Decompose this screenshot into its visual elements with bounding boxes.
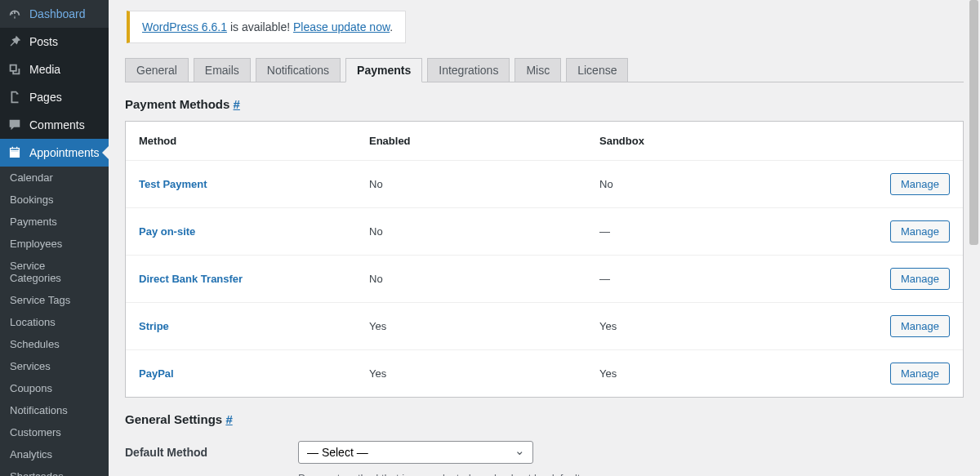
wp-version-link[interactable]: WordPress 6.6.1 [142, 20, 227, 33]
sidebar-item-label: Pages [29, 91, 62, 104]
svg-rect-0 [11, 151, 20, 157]
payment-methods-heading: Payment Methods # [125, 97, 964, 111]
sidebar-item-label: Media [29, 63, 60, 76]
media-icon [7, 61, 23, 78]
table-row: StripeYesYesManage [126, 303, 963, 350]
default-method-description: Payment method that is pre-selected on c… [298, 472, 964, 476]
sidebar-item-pages[interactable]: Pages [0, 83, 109, 111]
method-link[interactable]: Test Payment [139, 178, 207, 190]
sidebar-item-label: Posts [29, 35, 58, 48]
tab-license[interactable]: License [566, 58, 628, 82]
default-method-row: Default Method — Select — Payment method… [125, 441, 964, 476]
sidebar-sub-shortcodes[interactable]: Shortcodes [0, 465, 109, 476]
sidebar-sub-analytics[interactable]: Analytics [0, 443, 109, 465]
sidebar-sub-services[interactable]: Services [0, 355, 109, 377]
manage-button[interactable]: Manage [890, 268, 950, 290]
sidebar-submenu: CalendarBookingsPaymentsEmployeesService… [0, 167, 109, 476]
manage-button[interactable]: Manage [890, 220, 950, 242]
sidebar-item-appointments[interactable]: Appointments [0, 139, 109, 167]
sidebar-item-label: Appointments [29, 146, 100, 159]
sidebar-item-label: Comments [29, 118, 85, 131]
update-notice: WordPress 6.6.1 is available! Please upd… [127, 11, 406, 43]
tab-misc[interactable]: Misc [514, 58, 561, 82]
sidebar-sub-schedules[interactable]: Schedules [0, 333, 109, 355]
method-link[interactable]: Stripe [139, 320, 169, 332]
update-now-link[interactable]: Please update now [293, 20, 390, 33]
sidebar-item-media[interactable]: Media [0, 56, 109, 83]
enabled-cell: No [369, 273, 599, 285]
enabled-cell: No [369, 178, 599, 190]
sidebar-sub-notifications[interactable]: Notifications [0, 399, 109, 421]
col-header-enabled: Enabled [369, 135, 599, 147]
method-link[interactable]: PayPal [139, 367, 174, 380]
page-icon [7, 89, 23, 105]
sidebar-sub-customers[interactable]: Customers [0, 421, 109, 443]
sidebar-sub-calendar[interactable]: Calendar [0, 167, 109, 189]
tab-general[interactable]: General [125, 58, 189, 82]
scrollbar[interactable] [968, 0, 980, 476]
table-header-row: Method Enabled Sandbox [126, 122, 963, 161]
manage-button[interactable]: Manage [890, 363, 950, 385]
enabled-cell: Yes [369, 367, 599, 380]
main-content: WordPress 6.6.1 is available! Please upd… [109, 0, 980, 476]
sandbox-cell: — [599, 273, 868, 285]
enabled-cell: Yes [369, 320, 599, 332]
payment-methods-table: Method Enabled Sandbox Test PaymentNoNoM… [125, 121, 964, 398]
manage-button[interactable]: Manage [890, 173, 950, 195]
admin-sidebar: DashboardPostsMediaPagesCommentsAppointm… [0, 0, 109, 476]
sandbox-cell: — [599, 225, 868, 238]
sidebar-sub-service-categories[interactable]: Service Categories [0, 255, 109, 289]
sidebar-item-comments[interactable]: Comments [0, 111, 109, 139]
table-row: PayPalYesYesManage [126, 350, 963, 397]
sidebar-sub-bookings[interactable]: Bookings [0, 189, 109, 211]
sidebar-sub-locations[interactable]: Locations [0, 311, 109, 333]
anchor-link[interactable]: # [225, 412, 232, 426]
tab-integrations[interactable]: Integrations [427, 58, 510, 82]
sidebar-sub-employees[interactable]: Employees [0, 233, 109, 255]
calendar-icon [7, 145, 23, 161]
comment-icon [7, 117, 23, 133]
tab-notifications[interactable]: Notifications [256, 58, 341, 82]
default-method-select[interactable]: — Select — [298, 441, 533, 464]
dashboard-icon [7, 6, 23, 22]
sandbox-cell: Yes [599, 320, 868, 332]
sidebar-item-posts[interactable]: Posts [0, 28, 109, 56]
table-row: Pay on-siteNo—Manage [126, 208, 963, 256]
default-method-label: Default Method [125, 441, 274, 459]
method-link[interactable]: Direct Bank Transfer [139, 273, 243, 285]
sidebar-sub-service-tags[interactable]: Service Tags [0, 289, 109, 311]
sidebar-sub-coupons[interactable]: Coupons [0, 377, 109, 399]
table-row: Direct Bank TransferNo—Manage [126, 256, 963, 303]
method-link[interactable]: Pay on-site [139, 225, 195, 238]
update-text: is available! [227, 20, 293, 33]
manage-button[interactable]: Manage [890, 315, 950, 337]
anchor-link[interactable]: # [234, 97, 240, 111]
sidebar-sub-payments[interactable]: Payments [0, 211, 109, 233]
table-row: Test PaymentNoNoManage [126, 161, 963, 208]
sandbox-cell: Yes [599, 367, 868, 380]
col-header-sandbox: Sandbox [599, 135, 868, 147]
sandbox-cell: No [599, 178, 868, 190]
general-settings-heading: General Settings # [125, 412, 964, 426]
tab-payments[interactable]: Payments [345, 58, 422, 82]
settings-tabs: GeneralEmailsNotificationsPaymentsIntegr… [125, 58, 964, 82]
sidebar-item-dashboard[interactable]: Dashboard [0, 0, 109, 28]
pin-icon [7, 33, 23, 50]
col-header-method: Method [139, 135, 369, 147]
tab-emails[interactable]: Emails [194, 58, 251, 82]
sidebar-item-label: Dashboard [29, 7, 86, 20]
enabled-cell: No [369, 225, 599, 238]
